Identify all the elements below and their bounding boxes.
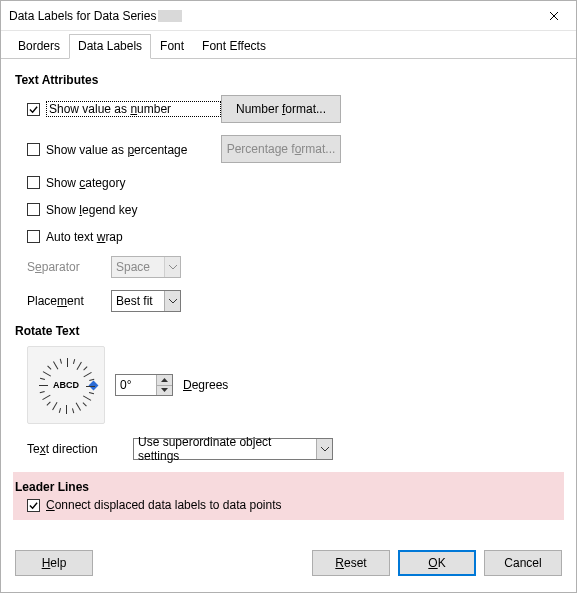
checkbox-show-percent[interactable] (27, 143, 40, 156)
tab-strip: Borders Data Labels Font Font Effects (1, 31, 576, 59)
checkbox-auto-wrap[interactable] (27, 230, 40, 243)
tab-borders[interactable]: Borders (9, 34, 69, 58)
section-rotate-text: Rotate Text (15, 324, 562, 338)
degrees-value[interactable]: 0° (116, 375, 156, 395)
tab-font[interactable]: Font (151, 34, 193, 58)
title-series-placeholder (158, 10, 182, 22)
label-show-number[interactable]: Show value as number (46, 101, 221, 117)
row-show-percent: Show value as percentage Percentage form… (15, 135, 562, 163)
label-text-direction: Text direction (27, 442, 133, 456)
row-separator: Separator Space (15, 256, 562, 278)
chevron-down-icon[interactable] (164, 291, 180, 311)
leader-lines-section: Leader Lines Connect displaced data labe… (13, 472, 564, 520)
tab-data-labels[interactable]: Data Labels (69, 34, 151, 59)
dial-indicator (89, 380, 99, 390)
label-show-legend[interactable]: Show legend key (46, 202, 221, 217)
help-button[interactable]: Help (15, 550, 93, 576)
section-leader-lines: Leader Lines (13, 480, 564, 494)
checkbox-show-legend[interactable] (27, 203, 40, 216)
label-auto-wrap[interactable]: Auto text wrap (46, 229, 221, 244)
label-degrees: Degrees (183, 378, 228, 392)
row-text-direction: Text direction Use superordinate object … (15, 438, 562, 460)
combo-separator: Space (111, 256, 181, 278)
combo-text-direction[interactable]: Use superordinate object settings (133, 438, 333, 460)
button-bar: Help Reset OK Cancel (1, 544, 576, 592)
row-show-number: Show value as number Number format... (15, 95, 562, 123)
combo-text-direction-value: Use superordinate object settings (134, 435, 316, 463)
percent-format-button: Percentage format... (221, 135, 341, 163)
row-connect-leader: Connect displaced data labels to data po… (13, 498, 564, 512)
checkbox-connect-leader[interactable] (27, 499, 40, 512)
row-placement: Placement Best fit (15, 290, 562, 312)
row-auto-wrap: Auto text wrap (15, 229, 562, 244)
dial-label: ABCD (53, 380, 79, 390)
row-rotate: ABCD 0° Degrees (15, 346, 562, 424)
section-text-attributes: Text Attributes (15, 73, 562, 87)
label-separator: Separator (27, 260, 111, 274)
degrees-spinner[interactable]: 0° (115, 374, 173, 396)
checkbox-show-number[interactable] (27, 103, 40, 116)
reset-button[interactable]: Reset (312, 550, 390, 576)
titlebar: Data Labels for Data Series (1, 1, 576, 31)
chevron-down-icon[interactable] (316, 439, 332, 459)
rotation-dial[interactable]: ABCD (27, 346, 105, 424)
cancel-button[interactable]: Cancel (484, 550, 562, 576)
number-format-button[interactable]: Number format... (221, 95, 341, 123)
checkbox-show-category[interactable] (27, 176, 40, 189)
label-placement: Placement (27, 294, 111, 308)
close-icon (549, 11, 559, 21)
spinner-buttons (156, 375, 172, 395)
chevron-down-icon (164, 257, 180, 277)
combo-placement[interactable]: Best fit (111, 290, 181, 312)
spinner-up[interactable] (157, 375, 172, 386)
tab-font-effects[interactable]: Font Effects (193, 34, 275, 58)
label-show-category[interactable]: Show category (46, 175, 221, 190)
ok-button[interactable]: OK (398, 550, 476, 576)
row-show-legend: Show legend key (15, 202, 562, 217)
label-connect-leader[interactable]: Connect displaced data labels to data po… (46, 498, 282, 512)
close-button[interactable] (532, 1, 576, 31)
spinner-down[interactable] (157, 386, 172, 396)
row-show-category: Show category (15, 175, 562, 190)
tab-content: Text Attributes Show value as number Num… (1, 59, 576, 544)
label-show-percent[interactable]: Show value as percentage (46, 142, 221, 157)
dialog-title: Data Labels for Data Series (9, 9, 156, 23)
combo-separator-value: Space (112, 260, 164, 274)
combo-placement-value: Best fit (112, 294, 164, 308)
dialog-window: Data Labels for Data Series Borders Data… (0, 0, 577, 593)
